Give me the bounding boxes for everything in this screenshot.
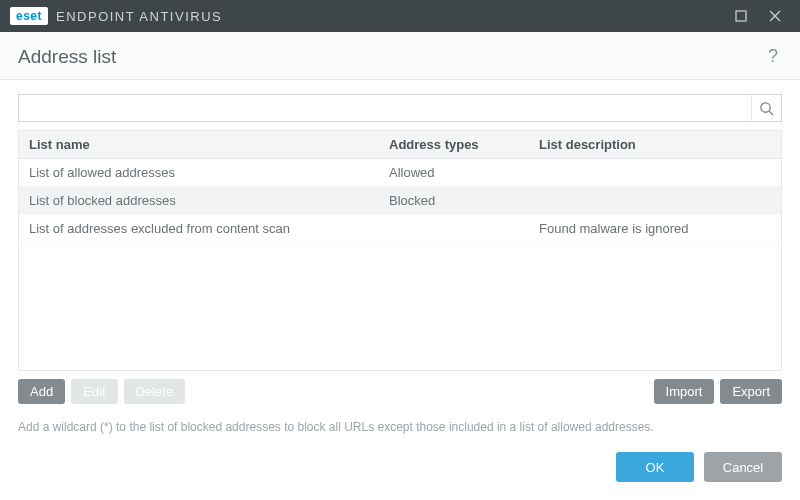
maximize-icon[interactable] <box>724 0 758 32</box>
delete-button[interactable]: Delete <box>124 379 186 404</box>
page-title: Address list <box>18 46 116 68</box>
cell-address-type <box>379 215 529 242</box>
svg-line-4 <box>769 111 773 115</box>
column-header-type[interactable]: Address types <box>379 131 529 158</box>
table-actions: Add Edit Delete Import Export <box>18 371 782 408</box>
table-row[interactable]: List of allowed addressesAllowed <box>19 159 781 187</box>
cell-address-type: Blocked <box>379 187 529 214</box>
table-row[interactable]: List of blocked addressesBlocked <box>19 187 781 215</box>
add-button[interactable]: Add <box>18 379 65 404</box>
address-list-table: List name Address types List description… <box>18 130 782 371</box>
search-icon[interactable] <box>751 95 781 121</box>
window-titlebar: eset ENDPOINT ANTIVIRUS <box>0 0 800 32</box>
table-row[interactable]: List of addresses excluded from content … <box>19 215 781 243</box>
svg-rect-0 <box>736 11 746 21</box>
cancel-button[interactable]: Cancel <box>704 452 782 482</box>
table-header: List name Address types List description <box>19 131 781 159</box>
table-body: List of allowed addressesAllowedList of … <box>19 159 781 370</box>
close-icon[interactable] <box>758 0 792 32</box>
cell-address-type: Allowed <box>379 159 529 186</box>
export-button[interactable]: Export <box>720 379 782 404</box>
cell-list-description <box>529 187 781 214</box>
cell-list-name: List of allowed addresses <box>19 159 379 186</box>
cell-list-name: List of addresses excluded from content … <box>19 215 379 242</box>
dialog-footer: OK Cancel <box>0 434 800 500</box>
column-header-desc[interactable]: List description <box>529 131 781 158</box>
content-area: List name Address types List description… <box>0 80 800 416</box>
cell-list-name: List of blocked addresses <box>19 187 379 214</box>
search-bar <box>18 94 782 122</box>
import-button[interactable]: Import <box>654 379 715 404</box>
cell-list-description <box>529 159 781 186</box>
svg-point-3 <box>761 102 770 111</box>
ok-button[interactable]: OK <box>616 452 694 482</box>
edit-button[interactable]: Edit <box>71 379 117 404</box>
search-input[interactable] <box>19 95 751 121</box>
page-header: Address list ? <box>0 32 800 80</box>
help-icon[interactable]: ? <box>764 44 782 69</box>
column-header-name[interactable]: List name <box>19 131 379 158</box>
product-name: ENDPOINT ANTIVIRUS <box>56 9 222 24</box>
brand-badge: eset <box>10 7 48 25</box>
hint-text: Add a wildcard (*) to the list of blocke… <box>0 416 800 434</box>
cell-list-description: Found malware is ignored <box>529 215 781 242</box>
